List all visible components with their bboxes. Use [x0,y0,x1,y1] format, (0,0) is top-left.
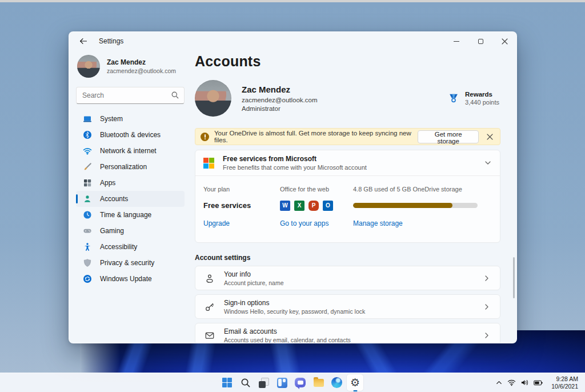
search-box [76,87,185,104]
taskbar: ⚙ [0,373,585,392]
banner-close-button[interactable] [484,130,496,143]
email-accounts-row[interactable]: Email & accounts Accounts used by email,… [195,323,500,343]
powerpoint-icon: P [308,201,319,211]
start-button[interactable] [219,374,235,391]
plan-value: Free services [203,200,280,211]
rewards-badge[interactable]: Rewards 3,440 points [447,91,500,106]
free-services-card: Free services from Microsoft Free benefi… [195,150,500,243]
edge-icon [331,377,342,388]
person-icon [205,273,215,283]
personalization-icon [83,162,92,171]
network-icon [83,146,92,155]
word-icon: W [280,201,290,211]
sidebar-user-card[interactable]: Zac Mendez zacmendez@outlook.com [76,54,185,79]
edge-button[interactable] [328,374,345,391]
clock[interactable]: 9:28 AM 10/6/2021 [548,375,582,390]
sidebar-item-label: Windows Update [100,275,152,283]
warning-icon [201,133,209,141]
row-subtitle: Accounts used by email, calendar, and co… [224,337,351,343]
window-controls [444,32,516,50]
search-input[interactable] [76,87,185,104]
maximize-button[interactable] [468,32,492,50]
page-title: Accounts [195,53,500,70]
main-content: Accounts Zac Mendez zacmendez@outlook.co… [190,50,516,343]
free-services-details: Your plan Free services Upgrade Office f… [195,176,500,242]
key-icon [205,302,215,312]
chat-button[interactable] [292,374,308,391]
accounts-icon [83,194,92,203]
sidebar-item-accounts[interactable]: Accounts [76,191,185,207]
windows-update-icon [83,274,92,283]
sign-in-options-row[interactable]: Sign-in options Windows Hello, security … [195,294,500,319]
rewards-icon [447,91,460,105]
wifi-icon[interactable] [507,379,516,386]
search-icon [240,378,250,388]
storage-label: 4.8 GB used of 5 GB OneDrive storage [353,186,492,193]
apps-icon [83,178,92,187]
sidebar-item-gaming[interactable]: Gaming [76,223,185,239]
sidebar-item-label: Privacy & security [100,259,154,267]
minimize-button[interactable] [444,32,468,50]
rewards-points: 3,440 points [465,99,499,106]
profile-role: Administrator [242,105,318,112]
battery-icon[interactable] [534,379,543,386]
free-services-header[interactable]: Free services from Microsoft Free benefi… [195,150,500,175]
widgets-button[interactable] [274,374,290,391]
desktop: Settings Zac Mendez zacmendez@outlo [0,0,585,392]
get-more-storage-button[interactable]: Get more storage [418,130,479,143]
chevron-right-icon [483,303,491,311]
sidebar-item-personalization[interactable]: Personalization [76,159,185,175]
profile-header: Zac Mendez zacmendez@outlook.com Adminis… [195,80,500,117]
manage-storage-link[interactable]: Manage storage [353,219,492,227]
profile-email: zacmendez@outlook.com [242,97,318,103]
sidebar-item-accessibility[interactable]: Accessibility [76,239,185,255]
sidebar-item-bluetooth[interactable]: Bluetooth & devices [76,127,185,143]
storage-progress-fill [353,203,452,208]
sidebar-item-time-language[interactable]: Time & language [76,207,185,223]
bluetooth-icon [83,130,92,139]
sidebar-item-label: Network & internet [100,147,157,155]
sidebar-item-windows-update[interactable]: Windows Update [76,271,185,287]
tray-chevron-up-icon[interactable] [495,379,503,386]
search-icon [171,91,179,99]
time-language-icon [83,210,92,219]
your-info-row[interactable]: Your info Account picture, name [195,266,500,290]
go-to-apps-link[interactable]: Go to your apps [280,219,353,227]
banner-message: Your OneDrive is almost full. Get more s… [214,130,412,143]
sidebar-item-system[interactable]: System [76,111,185,127]
sidebar-item-label: Personalization [100,163,147,171]
scrollbar[interactable] [513,257,515,298]
user-avatar [77,55,100,78]
storage-progress-track [353,203,478,208]
sidebar: Zac Mendez zacmendez@outlook.com [69,50,190,343]
titlebar[interactable]: Settings [69,32,516,50]
gaming-icon [83,226,92,235]
settings-taskbar-button[interactable]: ⚙ [347,374,363,391]
profile-name: Zac Mendez [242,85,318,94]
volume-icon[interactable] [520,379,529,386]
sidebar-item-label: Bluetooth & devices [100,131,161,139]
upgrade-link[interactable]: Upgrade [203,219,280,227]
close-button[interactable] [492,32,516,50]
task-view-button[interactable] [255,374,272,391]
sidebar-item-label: Time & language [100,211,151,219]
storage-column: 4.8 GB used of 5 GB OneDrive storage Man… [353,186,492,227]
sidebar-item-apps[interactable]: Apps [76,175,185,191]
privacy-icon [83,258,92,267]
file-explorer-icon [313,379,323,387]
taskbar-search-button[interactable] [237,374,254,391]
tray-time: 9:28 AM [551,375,578,383]
chevron-right-icon [483,274,491,282]
file-explorer-button[interactable] [310,374,327,391]
accessibility-icon [83,242,92,251]
minimize-icon [454,41,459,42]
plan-label: Your plan [203,186,280,193]
chevron-down-icon [484,159,492,167]
close-icon [487,134,493,140]
start-icon [222,378,233,388]
sidebar-item-network[interactable]: Network & internet [76,143,185,159]
sidebar-item-privacy-security[interactable]: Privacy & security [76,255,185,271]
selected-accent-bar [76,194,78,203]
back-button[interactable] [76,35,91,47]
chevron-right-icon [483,331,491,339]
